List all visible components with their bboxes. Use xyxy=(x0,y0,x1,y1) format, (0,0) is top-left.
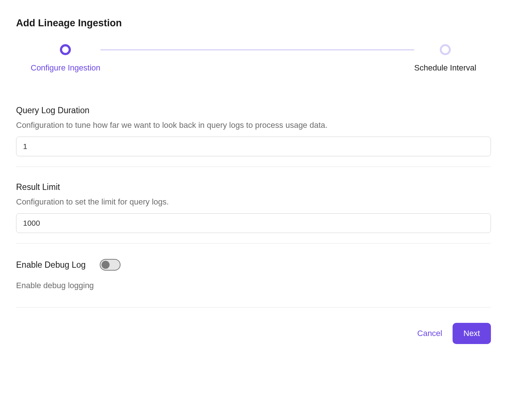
form-section-result-limit: Result Limit Configuration to set the li… xyxy=(16,182,491,244)
field-description: Configuration to set the limit for query… xyxy=(16,197,491,207)
step-circle-active-icon xyxy=(60,44,71,55)
field-label: Result Limit xyxy=(16,182,491,192)
step-connector-line xyxy=(100,49,414,50)
page-title: Add Lineage Ingestion xyxy=(16,18,491,29)
field-description: Configuration to tune how far we want to… xyxy=(16,121,491,130)
form-section-query-log-duration: Query Log Duration Configuration to tune… xyxy=(16,106,491,167)
enable-debug-log-toggle[interactable] xyxy=(100,259,121,271)
next-button[interactable]: Next xyxy=(453,323,491,344)
result-limit-input[interactable] xyxy=(16,213,491,233)
toggle-slider-icon xyxy=(100,259,121,271)
toggle-label: Enable Debug Log xyxy=(16,260,86,270)
cancel-button[interactable]: Cancel xyxy=(417,329,442,338)
step-label: Schedule Interval xyxy=(414,63,476,73)
step-configure-ingestion[interactable]: Configure Ingestion xyxy=(31,44,100,73)
form-section-enable-debug-log: Enable Debug Log Enable debug logging xyxy=(16,259,491,308)
field-label: Query Log Duration xyxy=(16,106,491,115)
step-circle-inactive-icon xyxy=(440,44,451,55)
step-schedule-interval[interactable]: Schedule Interval xyxy=(414,44,476,73)
query-log-duration-input[interactable] xyxy=(16,137,491,156)
stepper: Configure Ingestion Schedule Interval xyxy=(16,44,491,73)
field-description: Enable debug logging xyxy=(16,281,491,290)
step-label: Configure Ingestion xyxy=(31,63,100,73)
button-row: Cancel Next xyxy=(16,323,491,344)
